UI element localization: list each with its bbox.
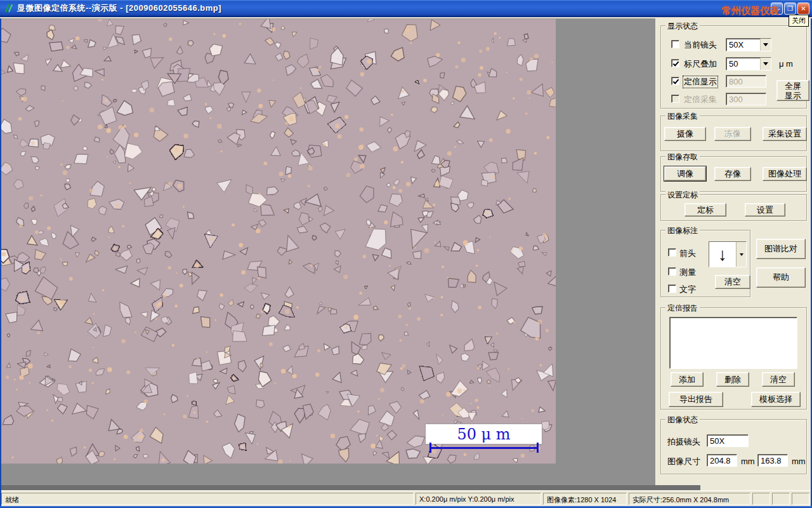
client-bottom-strip: [0, 485, 700, 490]
scale-bar-label: 50 μ m: [425, 424, 542, 444]
status-spare-2: [772, 493, 790, 505]
atlas-compare-button[interactable]: 图谱比对: [756, 239, 806, 259]
status-actual-size: 实际尺寸:256.0mm X 204.8mm: [629, 493, 750, 505]
ruler-value: 50: [726, 58, 760, 70]
shoot-lens-label: 拍摄镜头: [667, 436, 700, 448]
freeze-button: 冻像: [714, 127, 751, 141]
group-annotation-label: 图像标注: [665, 225, 700, 236]
image-height-value[interactable]: 163.8: [757, 454, 788, 467]
ruler-overlay-checkbox[interactable]: [671, 59, 679, 67]
fixed-display-checkbox[interactable]: [671, 77, 679, 85]
group-annotation: 图像标注 箭头 测量 文字 ↓ 清空: [660, 230, 750, 297]
calibrate-button[interactable]: 定标: [684, 203, 726, 217]
client-area: 50 μ m: [0, 18, 655, 490]
group-report: 定倍报告 添加 删除 清空 导出报告 模板选择: [660, 307, 807, 410]
group-image-status: 图像状态 拍摄镜头 50X 图像尺寸 204.8 mm 163.8 mm: [660, 419, 807, 474]
scale-bar-tick-right: [537, 443, 539, 453]
current-lens-value: 50X: [726, 39, 760, 51]
minimize-button[interactable]: —: [771, 3, 783, 15]
status-bar: 就绪 X:0.200μ m/pix Y:0.200μ m/pix 图像像素:12…: [0, 490, 812, 506]
scale-bar-line: [429, 447, 539, 449]
close-tooltip: 关闭: [789, 15, 809, 27]
arrow-style-combo[interactable]: ↓: [709, 241, 747, 267]
group-image-status-label: 图像状态: [665, 415, 700, 425]
group-display-status: 显示状态 当前镜头 50X 标尺叠加 50 μ m 定倍显示 800 定倍采集 …: [660, 25, 807, 109]
current-lens-label: 当前镜头: [684, 39, 717, 51]
chevron-down-icon[interactable]: [760, 58, 771, 70]
text-checkbox[interactable]: [668, 284, 676, 293]
chevron-down-icon[interactable]: [736, 242, 746, 267]
group-image-capture: 图像采集 摄像 冻像 采集设置: [660, 116, 807, 151]
image-size-label: 图像尺寸: [667, 456, 700, 467]
report-clear-button[interactable]: 清空: [762, 372, 795, 387]
status-pixel-scale: X:0.200μ m/pix Y:0.200μ m/pix: [416, 493, 541, 505]
image-process-button[interactable]: 图像处理: [763, 167, 807, 181]
group-calibration: 设置定标 定标 设置: [660, 194, 807, 221]
current-lens-checkbox[interactable]: [671, 40, 679, 48]
status-image-pixels: 图像像素:1280 X 1024: [543, 493, 627, 505]
scale-bar-tick-left: [429, 443, 431, 453]
close-button[interactable]: ✕: [797, 3, 809, 15]
group-image-storage-label: 图像存取: [665, 152, 700, 163]
fixed-display-input: 800: [726, 75, 766, 88]
fullscreen-button-line1: 全屏: [785, 81, 801, 91]
ruler-overlay-label: 标尺叠加: [684, 58, 717, 70]
fixed-capture-input: 300: [726, 93, 766, 105]
capture-settings-button[interactable]: 采集设置: [763, 127, 807, 141]
restore-button[interactable]: ❐: [784, 3, 796, 15]
report-listbox[interactable]: [669, 317, 797, 369]
export-report-button[interactable]: 导出报告: [669, 392, 723, 407]
status-spare-3: [792, 493, 809, 505]
chevron-down-icon[interactable]: [760, 39, 771, 51]
group-report-label: 定倍报告: [665, 303, 700, 314]
set-calibration-button[interactable]: 设置: [745, 203, 785, 217]
report-add-button[interactable]: 添加: [671, 372, 704, 387]
fixed-capture-checkbox: [671, 95, 679, 103]
ruler-unit-label: μ m: [779, 59, 793, 69]
shoot-button[interactable]: 摄像: [664, 127, 706, 141]
image-height-unit: mm: [792, 457, 806, 466]
micrograph-viewer[interactable]: 50 μ m: [1, 19, 556, 464]
ruler-value-combo[interactable]: 50: [726, 57, 771, 70]
group-image-capture-label: 图像采集: [665, 111, 700, 122]
fullscreen-button-line2: 显示: [785, 91, 801, 100]
image-width-unit: mm: [741, 457, 755, 466]
save-image-button[interactable]: 存像: [714, 167, 751, 181]
window-left-edge: [0, 18, 1, 506]
title-bar: 显微图像定倍系统--演示版 - [20090602055646.bmp] — ❐…: [0, 0, 812, 17]
measure-checkbox-label: 测量: [679, 267, 696, 278]
status-spare-1: [752, 493, 770, 505]
template-select-button[interactable]: 模板选择: [751, 392, 801, 407]
help-button[interactable]: 帮助: [756, 267, 806, 288]
annotation-clear-button[interactable]: 清空: [715, 275, 750, 289]
report-delete-button[interactable]: 删除: [716, 372, 749, 387]
fullscreen-button[interactable]: 全屏 显示: [776, 80, 809, 101]
group-calibration-label: 设置定标: [665, 190, 700, 201]
status-ready: 就绪: [1, 493, 414, 505]
current-lens-combo[interactable]: 50X: [726, 38, 771, 51]
app-icon: [4, 3, 14, 13]
control-panel: 显示状态 当前镜头 50X 标尺叠加 50 μ m 定倍显示 800 定倍采集 …: [655, 18, 812, 485]
image-width-value[interactable]: 204.8: [707, 454, 737, 467]
shoot-lens-value[interactable]: 50X: [707, 434, 749, 447]
window-title: 显微图像定倍系统--演示版 - [20090602055646.bmp]: [17, 3, 221, 14]
arrow-checkbox-label: 箭头: [679, 248, 696, 259]
arrow-checkbox[interactable]: [668, 248, 676, 257]
group-display-status-label: 显示状态: [665, 21, 700, 32]
fixed-capture-label: 定倍采集: [684, 94, 717, 105]
measure-checkbox[interactable]: [668, 267, 676, 276]
load-image-button[interactable]: 调像: [664, 166, 706, 181]
fixed-display-label: 定倍显示: [683, 76, 717, 88]
group-image-storage: 图像存取 调像 存像 图像处理: [660, 156, 807, 192]
text-checkbox-label: 文字: [679, 284, 696, 295]
arrow-style-preview-icon: ↓: [709, 242, 736, 267]
micrograph-image[interactable]: [1, 19, 556, 464]
